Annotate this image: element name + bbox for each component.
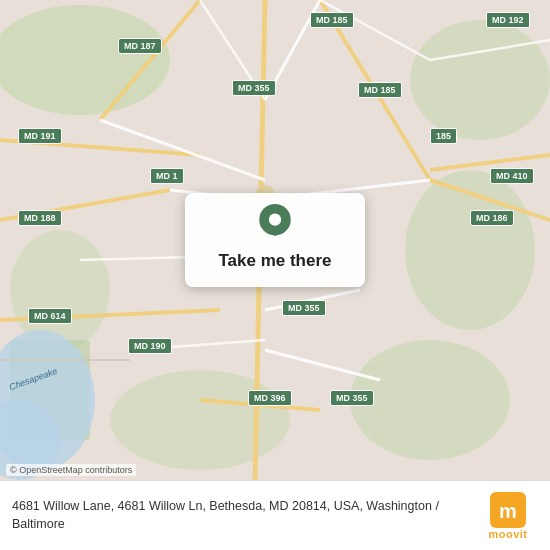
road-sign-md185-top: MD 185 xyxy=(310,12,354,28)
road-sign-md191: MD 191 xyxy=(18,128,62,144)
moovit-icon: m xyxy=(490,492,526,528)
svg-point-36 xyxy=(269,214,281,226)
svg-point-5 xyxy=(350,340,510,460)
road-sign-md396: MD 396 xyxy=(248,390,292,406)
address-text: 4681 Willow Lane, 4681 Willow Ln, Bethes… xyxy=(12,498,468,533)
moovit-text: moovit xyxy=(488,528,527,540)
svg-text:m: m xyxy=(499,500,517,522)
road-sign-md355-top: MD 355 xyxy=(232,80,276,96)
road-sign-185: 185 xyxy=(430,128,457,144)
svg-point-6 xyxy=(110,370,290,470)
take-me-there-button[interactable]: Take me there xyxy=(218,251,331,271)
road-sign-md410: MD 410 xyxy=(490,168,534,184)
road-sign-md1xx: MD 1 xyxy=(150,168,184,184)
map-container: MD 185 MD 192 MD 187 MD 185 185 MD 355 M… xyxy=(0,0,550,480)
road-sign-md190: MD 190 xyxy=(128,338,172,354)
location-pin-icon xyxy=(254,203,296,245)
road-sign-md186: MD 186 xyxy=(470,210,514,226)
road-sign-md614: MD 614 xyxy=(28,308,72,324)
info-bar: 4681 Willow Lane, 4681 Willow Ln, Bethes… xyxy=(0,480,550,550)
road-sign-md355-bot2: MD 355 xyxy=(330,390,374,406)
road-sign-md187: MD 187 xyxy=(118,38,162,54)
road-sign-md188: MD 188 xyxy=(18,210,62,226)
svg-point-2 xyxy=(410,20,550,140)
cta-overlay: Take me there xyxy=(185,193,365,287)
road-sign-md192: MD 192 xyxy=(486,12,530,28)
road-sign-md355-bot1: MD 355 xyxy=(282,300,326,316)
moovit-logo: m moovit xyxy=(478,492,538,540)
osm-credit: © OpenStreetMap contributors xyxy=(6,464,136,476)
road-sign-md185-mid: MD 185 xyxy=(358,82,402,98)
svg-point-4 xyxy=(10,230,110,350)
